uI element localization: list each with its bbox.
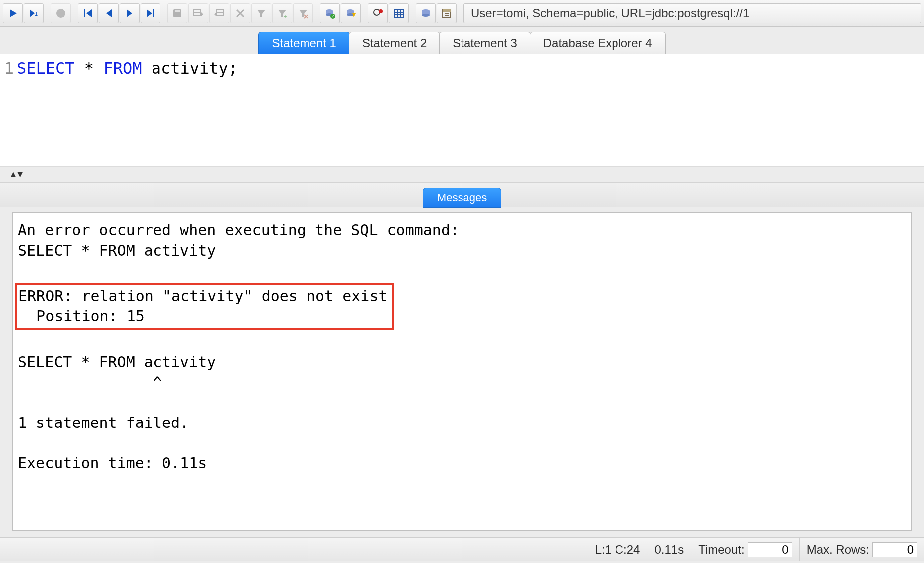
- connection-info: User=tomi, Schema=public, URL=jdbc:postg…: [463, 3, 921, 23]
- sql-text: *: [75, 59, 104, 78]
- sql-keyword: SELECT: [17, 59, 75, 78]
- svg-marker-14: [201, 12, 203, 16]
- svg-marker-5: [86, 9, 92, 17]
- svg-marker-0: [10, 9, 17, 17]
- svg-marker-20: [257, 10, 265, 17]
- maxrows-input[interactable]: [872, 542, 917, 557]
- svg-marker-8: [147, 9, 152, 17]
- message-summary: 1 statement failed.: [18, 414, 189, 431]
- nav-last-button[interactable]: [141, 3, 160, 23]
- svg-marker-7: [127, 9, 132, 17]
- status-bar: L:1 C:24 0.11s Timeout: Max. Rows:: [0, 537, 924, 561]
- exec-time: 0.11s: [647, 538, 691, 561]
- tab-statement-1[interactable]: Statement 1: [258, 32, 349, 54]
- db-props-button[interactable]: [437, 3, 457, 23]
- cursor-position: L:1 C:24: [588, 538, 647, 561]
- message-echo: SELECT * FROM activity ^: [18, 353, 216, 391]
- sql-keyword: FROM: [103, 59, 142, 78]
- main-toolbar: I + ✓: [0, 0, 924, 27]
- split-arrows-icon: ▲▼: [9, 169, 23, 180]
- maxrows-label: Max. Rows:: [807, 543, 869, 557]
- svg-rect-4: [84, 9, 85, 17]
- statement-tabs: Statement 1 Statement 2 Statement 3 Data…: [0, 27, 924, 54]
- messages-panel[interactable]: An error occurred when executing the SQL…: [12, 212, 912, 531]
- nav-prev-button[interactable]: [99, 3, 119, 23]
- svg-marker-17: [214, 12, 216, 16]
- tab-database-explorer[interactable]: Database Explorer 4: [530, 32, 666, 54]
- nav-next-button[interactable]: [120, 3, 140, 23]
- message-intro: An error occurred when executing the SQL…: [18, 221, 459, 259]
- timeout-input[interactable]: [748, 542, 792, 557]
- svg-marker-6: [106, 9, 112, 17]
- svg-text:I: I: [35, 11, 38, 17]
- line-gutter: 1: [0, 54, 15, 166]
- svg-text:✓: ✓: [331, 14, 335, 19]
- svg-marker-1: [30, 9, 35, 17]
- svg-point-44: [422, 14, 430, 17]
- db-refresh-button[interactable]: ✓: [320, 3, 340, 23]
- svg-text:+: +: [284, 13, 287, 19]
- run-button[interactable]: [3, 3, 23, 23]
- sql-text: activity;: [142, 59, 238, 78]
- sql-code[interactable]: SELECT * FROM activity;: [15, 54, 238, 166]
- svg-rect-46: [443, 9, 451, 12]
- filter-add-button[interactable]: +: [272, 3, 292, 23]
- delete-row-button[interactable]: [230, 3, 250, 23]
- error-highlight: ERROR: relation "activity" does not exis…: [15, 283, 394, 330]
- timeout-label: Timeout:: [698, 543, 744, 557]
- message-timing: Execution time: 0.11s: [18, 454, 207, 472]
- filter-clear-button[interactable]: [293, 3, 313, 23]
- tab-statement-3[interactable]: Statement 3: [439, 32, 530, 54]
- sql-editor[interactable]: 1 SELECT * FROM activity;: [0, 54, 924, 166]
- svg-rect-9: [153, 9, 154, 17]
- svg-point-36: [379, 9, 383, 13]
- grid-import-button[interactable]: [209, 3, 229, 23]
- svg-rect-37: [394, 9, 403, 17]
- nav-first-button[interactable]: [78, 3, 98, 23]
- svg-rect-11: [175, 10, 180, 12]
- filter-button[interactable]: [251, 3, 271, 23]
- split-handle[interactable]: ▲▼: [0, 166, 924, 182]
- maxrows-field: Max. Rows:: [799, 538, 924, 561]
- svg-point-35: [374, 9, 380, 15]
- save-button[interactable]: [167, 3, 187, 23]
- grid-export-button[interactable]: [188, 3, 208, 23]
- result-header: Messages: [0, 182, 924, 207]
- table-view-button[interactable]: [389, 3, 409, 23]
- tab-statement-2[interactable]: Statement 2: [349, 32, 440, 54]
- timeout-field: Timeout:: [691, 538, 799, 561]
- db-commit-button[interactable]: [341, 3, 361, 23]
- svg-point-3: [56, 9, 65, 18]
- run-current-button[interactable]: I: [24, 3, 44, 23]
- db-browser-button[interactable]: [416, 3, 436, 23]
- stop-button[interactable]: [51, 3, 71, 23]
- breakpoint-button[interactable]: [368, 3, 388, 23]
- messages-tab[interactable]: Messages: [423, 188, 501, 208]
